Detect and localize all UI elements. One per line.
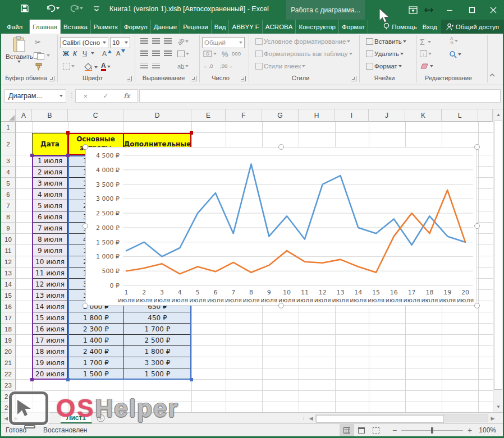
percent-button[interactable]: %: [222, 50, 228, 58]
view-page-break-button[interactable]: [369, 424, 383, 436]
dialog-launcher-icon[interactable]: [127, 76, 132, 81]
row-header-2[interactable]: 2: [1, 133, 16, 155]
cell-extra[interactable]: 1 800 ₽: [123, 346, 191, 357]
row-header-16[interactable]: 16: [1, 301, 16, 312]
cell-main[interactable]: 2 400 ₽: [68, 346, 123, 357]
view-normal-button[interactable]: [340, 424, 354, 436]
tab-рецензи[interactable]: Рецензи: [180, 20, 211, 34]
paste-button[interactable]: Вставить: [6, 36, 33, 63]
cells-button-1[interactable]: Удалить: [366, 50, 404, 57]
ribbon-display-options-button[interactable]: [405, 0, 421, 20]
chart-resize-handle[interactable]: [474, 144, 480, 150]
chart-resize-handle[interactable]: [83, 144, 88, 150]
column-header-partial[interactable]: [478, 109, 493, 122]
maximize-button[interactable]: [461, 0, 483, 20]
cells-button-0[interactable]: Вставить: [366, 38, 406, 45]
autosum-button[interactable]: Σ: [420, 38, 431, 47]
fill-color-button[interactable]: [84, 63, 98, 71]
column-header-B[interactable]: B: [32, 109, 68, 122]
orientation-button[interactable]: ab: [177, 38, 189, 45]
cell-date[interactable]: 4 июля: [32, 189, 68, 200]
tab-данные[interactable]: Данные: [151, 20, 181, 34]
cell-extra[interactable]: 1 500 ₽: [123, 368, 191, 380]
formula-input[interactable]: [139, 89, 501, 103]
shrink-font-button[interactable]: А: [116, 50, 125, 57]
cell-date[interactable]: 5 июля: [32, 200, 68, 211]
cells-button-2[interactable]: Формат: [366, 63, 402, 70]
styles-button-1[interactable]: Форматировать как таблицу: [255, 50, 352, 57]
format-painter-icon[interactable]: [35, 63, 43, 71]
redo-button[interactable]: [70, 4, 83, 12]
hscroll-right-arrow[interactable]: ▶: [488, 416, 497, 421]
cell-B2[interactable]: Дата: [32, 133, 68, 155]
confirm-entry-icon[interactable]: ✓: [103, 92, 108, 100]
column-header-A[interactable]: A: [16, 109, 32, 122]
cell-date[interactable]: 11 июля: [32, 268, 68, 279]
view-page-layout-button[interactable]: [354, 424, 369, 436]
save-icon[interactable]: [20, 4, 29, 13]
increase-indent-button[interactable]: [152, 63, 160, 68]
align-center-button[interactable]: [152, 50, 160, 56]
zoom-in-button[interactable]: +: [468, 426, 472, 435]
row-header-20[interactable]: 20: [1, 346, 16, 357]
row-header-4[interactable]: 4: [1, 167, 16, 178]
find-select-button[interactable]: [449, 50, 461, 58]
italic-button[interactable]: К: [73, 50, 77, 58]
tab-разметк[interactable]: Разметк: [91, 20, 121, 34]
cell-date[interactable]: 7 июля: [32, 223, 68, 234]
decrease-indent-button[interactable]: [140, 63, 148, 68]
chart-resize-handle[interactable]: [83, 223, 88, 229]
cell-main[interactable]: 1 700 ₽: [68, 357, 123, 368]
minimize-button[interactable]: [439, 0, 460, 20]
hscroll-left-arrow[interactable]: ◀: [306, 416, 315, 421]
qat-customize-button[interactable]: [93, 4, 100, 13]
styles-button-2[interactable]: Стили ячеек: [255, 63, 305, 70]
row-header-21[interactable]: 21: [1, 357, 16, 368]
cell-date[interactable]: 9 июля: [32, 245, 68, 256]
row-header-5[interactable]: 5: [1, 178, 16, 189]
merge-center-button[interactable]: [177, 50, 189, 57]
close-button[interactable]: [483, 0, 504, 20]
row-header-18[interactable]: 18: [1, 324, 16, 335]
cell-date[interactable]: 17 июля: [32, 335, 68, 346]
row-header-17[interactable]: 17: [1, 312, 16, 324]
align-top-button[interactable]: [140, 38, 148, 44]
fill-button[interactable]: ↓: [420, 50, 432, 57]
row-header-10[interactable]: 10: [1, 234, 16, 245]
tab-acroba[interactable]: ACROBA: [263, 20, 296, 34]
align-middle-button[interactable]: [152, 38, 160, 44]
chart-resize-handle[interactable]: [474, 223, 480, 229]
align-right-button[interactable]: [164, 50, 172, 56]
cell-date[interactable]: 19 июля: [32, 357, 68, 368]
selection-values-handle[interactable]: [190, 378, 193, 381]
decrease-decimal-button[interactable]: ,00→: [220, 63, 233, 69]
align-left-button[interactable]: [140, 50, 148, 56]
column-header-L[interactable]: L: [442, 109, 478, 122]
column-header-H[interactable]: H: [299, 109, 335, 122]
row-header-3[interactable]: 3: [1, 155, 16, 167]
select-all-corner[interactable]: [1, 109, 16, 122]
tab-формат[interactable]: Формат: [339, 20, 368, 34]
row-header-12[interactable]: 12: [1, 256, 16, 268]
cell-date[interactable]: 10 июля: [32, 256, 68, 268]
font-size-combo[interactable]: 10: [110, 37, 130, 48]
row-header-8[interactable]: 8: [1, 211, 16, 223]
column-header-K[interactable]: K: [405, 109, 442, 122]
cell-main[interactable]: 2 300 ₽: [68, 324, 123, 335]
context-tab-group-label[interactable]: Работа с диаграмма...: [286, 0, 365, 20]
dialog-launcher-icon[interactable]: [49, 76, 54, 81]
increase-decimal-button[interactable]: ←,0: [203, 63, 213, 69]
font-color-button[interactable]: А: [101, 62, 111, 71]
collapse-ribbon-button[interactable]: [489, 73, 495, 77]
share-button[interactable]: Общий доступ: [441, 20, 504, 34]
borders-button[interactable]: [63, 63, 75, 70]
row-header-9[interactable]: 9: [1, 223, 16, 234]
align-bottom-button[interactable]: [164, 38, 172, 44]
column-header-G[interactable]: G: [262, 109, 299, 122]
tab-главная[interactable]: Главная: [30, 20, 61, 34]
chart-resize-handle[interactable]: [278, 144, 284, 150]
vertical-scrollbar[interactable]: ▲ ▼: [493, 109, 503, 412]
cell-extra[interactable]: 450 ₽: [123, 312, 191, 324]
hscroll-thumb[interactable]: [316, 415, 444, 423]
dialog-launcher-icon[interactable]: [191, 76, 196, 81]
